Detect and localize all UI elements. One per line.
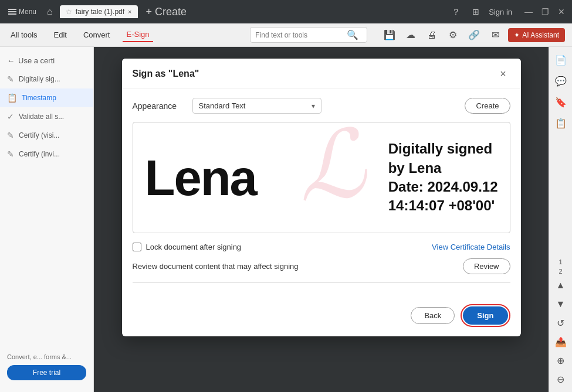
sign-button[interactable]: Sign bbox=[463, 306, 507, 325]
zoom-in-icon[interactable]: ⊕ bbox=[553, 352, 569, 369]
by-name-text: by Lena bbox=[388, 159, 498, 178]
main-area: ← Use a certi ✎ Digitally sig... 📋 Times… bbox=[0, 47, 572, 392]
scroll-up-icon[interactable]: ▲ bbox=[553, 277, 569, 294]
digitally-signed-text: Digitally signed bbox=[388, 139, 498, 158]
page-number-2: 2 bbox=[559, 268, 562, 275]
window-controls: — ❐ ✕ bbox=[523, 6, 567, 18]
tools-icon[interactable]: ⚙ bbox=[445, 27, 461, 43]
free-trial-button[interactable]: Free trial bbox=[7, 365, 86, 380]
sidebar-item-certify-invisible[interactable]: ✎ Certify (invi... bbox=[0, 145, 93, 163]
sidebar-item-timestamp[interactable]: 📋 Timestamp bbox=[0, 88, 93, 107]
sidebar-item-certify-visible[interactable]: ✎ Certify (visi... bbox=[0, 126, 93, 145]
sidebar-item-label: Timestamp bbox=[22, 94, 56, 102]
toolbar-icons: 💾 ☁ 🖨 ⚙ 🔗 ✉ ✦ AI Assistant bbox=[381, 27, 565, 43]
toolbar-edit[interactable]: Edit bbox=[50, 28, 70, 42]
home-button[interactable]: ⌂ bbox=[45, 4, 55, 19]
chevron-down-icon: ▾ bbox=[312, 102, 315, 110]
signature-watermark: ℒ bbox=[293, 122, 370, 224]
appearance-row: Appearance Standard Text ▾ Create bbox=[133, 98, 510, 114]
review-text: Review document content that may affect … bbox=[133, 262, 299, 271]
search-input[interactable] bbox=[255, 31, 343, 39]
appearance-label: Appearance bbox=[133, 101, 185, 111]
top-bar-right: ? ⊞ Sign in — ❐ ✕ bbox=[449, 5, 567, 19]
back-button[interactable]: Back bbox=[411, 307, 455, 324]
active-tab[interactable]: ☆ fairy tale (1).pdf × bbox=[60, 5, 138, 18]
ai-assistant-button[interactable]: ✦ AI Assistant bbox=[508, 28, 565, 42]
add-tab-button[interactable]: + Create bbox=[143, 4, 191, 21]
toolbar: All tools Edit Convert E-Sign 🔍 💾 ☁ 🖨 ⚙ … bbox=[0, 23, 572, 47]
link-icon[interactable]: 🔗 bbox=[466, 27, 482, 43]
modal-title: Sign as "Lena" bbox=[133, 69, 199, 79]
timestamp-icon: 📋 bbox=[7, 93, 17, 103]
sign-in-button[interactable]: Sign in bbox=[489, 8, 512, 16]
lock-label: Lock document after signing bbox=[146, 243, 242, 251]
sign-modal: Sign as "Lena" × Appearance Standard Tex… bbox=[122, 59, 521, 336]
tab-title: fairy tale (1).pdf bbox=[76, 8, 124, 16]
sign-button-wrapper: Sign bbox=[461, 304, 510, 327]
time-text: 14:14:07 +08'00' bbox=[388, 196, 498, 215]
review-button[interactable]: Review bbox=[463, 258, 510, 274]
left-sidebar: ← Use a certi ✎ Digitally sig... 📋 Times… bbox=[0, 47, 94, 392]
page-number-1: 1 bbox=[559, 258, 562, 265]
toolbar-all-tools[interactable]: All tools bbox=[7, 28, 41, 42]
signature-preview: Lena ℒ Digitally signed by Lena Date: 20… bbox=[133, 122, 510, 233]
lock-row: Lock document after signing View Certifi… bbox=[133, 243, 510, 251]
top-bar-left: Menu ⌂ ☆ fairy tale (1).pdf × + Create bbox=[5, 4, 445, 21]
zoom-out-icon[interactable]: ⊖ bbox=[553, 371, 569, 387]
panel-doc-icon[interactable]: 📄 bbox=[553, 52, 569, 68]
convert-text: Convert, e... forms &... bbox=[7, 353, 86, 360]
sidebar-item-label: Certify (visi... bbox=[19, 131, 59, 139]
toolbar-convert[interactable]: Convert bbox=[80, 28, 114, 42]
sign-icon: ✎ bbox=[7, 74, 14, 84]
modal-close-button[interactable]: × bbox=[496, 67, 510, 81]
panel-comment-icon[interactable]: 💬 bbox=[553, 73, 569, 89]
view-certificate-link[interactable]: View Certificate Details bbox=[432, 243, 510, 251]
apps-button[interactable]: ⊞ bbox=[469, 5, 483, 19]
appearance-dropdown[interactable]: Standard Text ▾ bbox=[192, 98, 321, 114]
upload-icon[interactable]: ☁ bbox=[402, 27, 419, 43]
create-button[interactable]: Create bbox=[465, 98, 510, 114]
sidebar-back-label: Use a certi bbox=[18, 56, 55, 65]
scroll-down-icon[interactable]: ▼ bbox=[553, 296, 569, 312]
certify-v-icon: ✎ bbox=[7, 131, 14, 140]
sidebar-back-button[interactable]: ← Use a certi bbox=[0, 52, 93, 70]
page-numbers: 1 2 ▲ ▼ ↺ 📤 ⊕ ⊖ bbox=[553, 258, 569, 387]
right-panel: 📄 💬 🔖 📋 1 2 ▲ ▼ ↺ 📤 ⊕ ⊖ bbox=[549, 47, 572, 392]
appearance-selected-value: Standard Text bbox=[199, 101, 246, 110]
review-row: Review document content that may affect … bbox=[133, 258, 510, 274]
certify-i-icon: ✎ bbox=[7, 149, 14, 159]
date-text: Date: 2024.09.12 bbox=[388, 178, 498, 196]
help-button[interactable]: ? bbox=[449, 5, 463, 19]
ai-icon: ✦ bbox=[514, 31, 520, 39]
modal-backdrop: Sign as "Lena" × Appearance Standard Tex… bbox=[94, 47, 549, 392]
menu-button[interactable]: Menu bbox=[5, 5, 40, 18]
maximize-button[interactable]: ❐ bbox=[539, 6, 551, 18]
sidebar-item-digitally-sign[interactable]: ✎ Digitally sig... bbox=[0, 70, 93, 88]
tab-star-icon: ☆ bbox=[66, 8, 72, 16]
ai-assistant-label: AI Assistant bbox=[522, 31, 559, 39]
panel-bookmark-icon[interactable]: 🔖 bbox=[553, 94, 569, 110]
modal-footer: Back Sign bbox=[122, 298, 521, 336]
window-close-button[interactable]: ✕ bbox=[556, 6, 567, 18]
signature-details: Digitally signed by Lena Date: 2024.09.1… bbox=[388, 139, 498, 216]
lock-document-checkbox[interactable] bbox=[133, 243, 141, 251]
toolbar-esign[interactable]: E-Sign bbox=[123, 28, 153, 42]
search-icon: 🔍 bbox=[347, 29, 358, 40]
modal-header: Sign as "Lena" × bbox=[122, 59, 521, 88]
print-icon[interactable]: 🖨 bbox=[424, 27, 440, 43]
mail-icon[interactable]: ✉ bbox=[487, 27, 503, 43]
panel-copy-icon[interactable]: 📋 bbox=[553, 115, 569, 131]
sidebar-item-label: Certify (invi... bbox=[19, 150, 60, 158]
menu-label: Menu bbox=[19, 8, 36, 16]
minimize-button[interactable]: — bbox=[523, 6, 534, 18]
signature-name: Lena bbox=[145, 153, 256, 203]
sidebar-item-validate[interactable]: ✓ Validate all s... bbox=[0, 107, 93, 126]
rotate-icon[interactable]: ↺ bbox=[553, 315, 569, 331]
save-icon[interactable]: 💾 bbox=[381, 27, 398, 43]
toolbar-search-box[interactable]: 🔍 bbox=[250, 27, 367, 43]
export-icon[interactable]: 📤 bbox=[553, 333, 569, 350]
hamburger-icon bbox=[8, 9, 16, 15]
tab-close-icon[interactable]: × bbox=[128, 8, 131, 15]
back-arrow-icon: ← bbox=[7, 56, 15, 65]
add-tab-label: + Create bbox=[146, 6, 187, 18]
